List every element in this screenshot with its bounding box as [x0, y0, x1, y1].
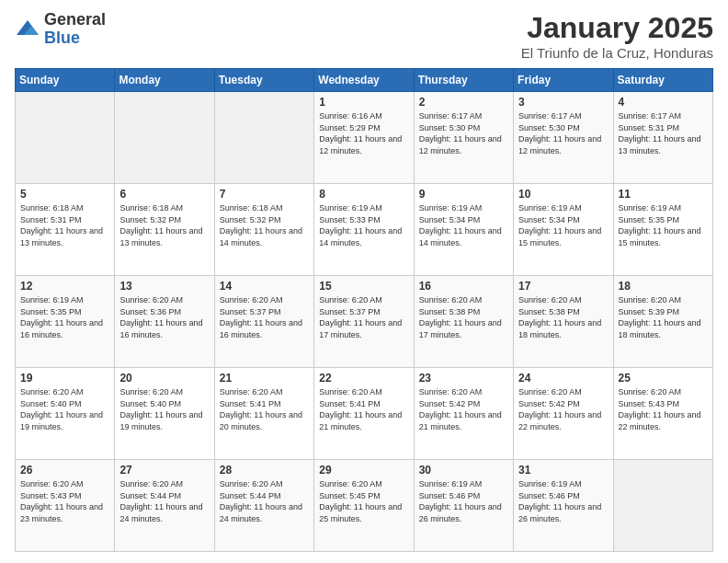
day-number: 7: [220, 188, 309, 201]
calendar-cell: 3 Sunrise: 6:17 AMSunset: 5:30 PMDayligh…: [514, 92, 613, 184]
col-thursday: Thursday: [414, 69, 513, 92]
week-row-3: 12 Sunrise: 6:19 AMSunset: 5:35 PMDaylig…: [16, 276, 713, 368]
col-sunday: Sunday: [16, 69, 115, 92]
logo-text: General Blue: [44, 11, 106, 48]
calendar-cell: 1 Sunrise: 6:16 AMSunset: 5:29 PMDayligh…: [314, 92, 414, 184]
day-number: 25: [619, 372, 708, 385]
day-info: Sunrise: 6:19 AMSunset: 5:35 PMDaylight:…: [20, 295, 103, 339]
day-info: Sunrise: 6:18 AMSunset: 5:31 PMDaylight:…: [20, 203, 103, 247]
calendar-cell: 6 Sunrise: 6:18 AMSunset: 5:32 PMDayligh…: [115, 184, 214, 276]
day-info: Sunrise: 6:17 AMSunset: 5:31 PMDaylight:…: [619, 111, 701, 155]
calendar-cell: 22 Sunrise: 6:20 AMSunset: 5:41 PMDaylig…: [314, 368, 414, 460]
calendar-cell: 23 Sunrise: 6:20 AMSunset: 5:42 PMDaylig…: [414, 368, 513, 460]
day-number: 4: [619, 96, 708, 109]
day-info: Sunrise: 6:20 AMSunset: 5:38 PMDaylight:…: [419, 295, 502, 339]
calendar-cell: 7 Sunrise: 6:18 AMSunset: 5:32 PMDayligh…: [214, 184, 313, 276]
day-number: 14: [220, 280, 309, 293]
month-title: January 2025: [521, 11, 713, 45]
calendar-cell: 20 Sunrise: 6:20 AMSunset: 5:40 PMDaylig…: [115, 368, 214, 460]
day-number: 9: [419, 188, 508, 201]
day-number: 12: [20, 280, 109, 293]
day-info: Sunrise: 6:20 AMSunset: 5:40 PMDaylight:…: [20, 387, 103, 431]
calendar-header-row: Sunday Monday Tuesday Wednesday Thursday…: [16, 69, 713, 92]
calendar-cell: 21 Sunrise: 6:20 AMSunset: 5:41 PMDaylig…: [214, 368, 313, 460]
day-info: Sunrise: 6:17 AMSunset: 5:30 PMDaylight:…: [419, 111, 502, 155]
calendar-cell: 29 Sunrise: 6:20 AMSunset: 5:45 PMDaylig…: [314, 460, 414, 552]
day-info: Sunrise: 6:20 AMSunset: 5:41 PMDaylight:…: [319, 387, 402, 431]
week-row-2: 5 Sunrise: 6:18 AMSunset: 5:31 PMDayligh…: [16, 184, 713, 276]
day-number: 1: [319, 96, 408, 109]
day-info: Sunrise: 6:18 AMSunset: 5:32 PMDaylight:…: [220, 203, 302, 247]
calendar-cell: 15 Sunrise: 6:20 AMSunset: 5:37 PMDaylig…: [314, 276, 414, 368]
day-number: 22: [319, 372, 408, 385]
calendar-cell: [613, 460, 712, 552]
calendar-cell: 2 Sunrise: 6:17 AMSunset: 5:30 PMDayligh…: [414, 92, 513, 184]
calendar-cell: 18 Sunrise: 6:20 AMSunset: 5:39 PMDaylig…: [613, 276, 712, 368]
day-info: Sunrise: 6:20 AMSunset: 5:37 PMDaylight:…: [319, 295, 402, 339]
calendar-cell: 16 Sunrise: 6:20 AMSunset: 5:38 PMDaylig…: [414, 276, 513, 368]
day-info: Sunrise: 6:19 AMSunset: 5:34 PMDaylight:…: [419, 203, 502, 247]
calendar-cell: 5 Sunrise: 6:18 AMSunset: 5:31 PMDayligh…: [16, 184, 115, 276]
day-number: 24: [518, 372, 608, 385]
calendar-cell: 12 Sunrise: 6:19 AMSunset: 5:35 PMDaylig…: [16, 276, 115, 368]
calendar-table: Sunday Monday Tuesday Wednesday Thursday…: [15, 68, 713, 552]
day-number: 10: [518, 188, 608, 201]
calendar-cell: 27 Sunrise: 6:20 AMSunset: 5:44 PMDaylig…: [115, 460, 214, 552]
day-number: 8: [319, 188, 408, 201]
day-info: Sunrise: 6:16 AMSunset: 5:29 PMDaylight:…: [319, 111, 402, 155]
calendar-cell: 11 Sunrise: 6:19 AMSunset: 5:35 PMDaylig…: [613, 184, 712, 276]
day-number: 15: [319, 280, 408, 293]
day-info: Sunrise: 6:20 AMSunset: 5:40 PMDaylight:…: [119, 387, 202, 431]
calendar-cell: 9 Sunrise: 6:19 AMSunset: 5:34 PMDayligh…: [414, 184, 513, 276]
day-number: 20: [119, 372, 209, 385]
calendar-cell: 14 Sunrise: 6:20 AMSunset: 5:37 PMDaylig…: [214, 276, 313, 368]
day-number: 2: [419, 96, 508, 109]
day-number: 18: [619, 280, 708, 293]
day-number: 6: [119, 188, 209, 201]
week-row-1: 1 Sunrise: 6:16 AMSunset: 5:29 PMDayligh…: [16, 92, 713, 184]
calendar-cell: 25 Sunrise: 6:20 AMSunset: 5:43 PMDaylig…: [613, 368, 712, 460]
calendar-cell: 31 Sunrise: 6:19 AMSunset: 5:46 PMDaylig…: [514, 460, 613, 552]
day-info: Sunrise: 6:20 AMSunset: 5:44 PMDaylight:…: [220, 479, 302, 523]
col-tuesday: Tuesday: [214, 69, 313, 92]
day-info: Sunrise: 6:20 AMSunset: 5:44 PMDaylight:…: [119, 479, 202, 523]
day-info: Sunrise: 6:20 AMSunset: 5:45 PMDaylight:…: [319, 479, 402, 523]
day-info: Sunrise: 6:20 AMSunset: 5:43 PMDaylight:…: [619, 387, 701, 431]
day-info: Sunrise: 6:20 AMSunset: 5:36 PMDaylight:…: [119, 295, 202, 339]
calendar-cell: [115, 92, 214, 184]
day-info: Sunrise: 6:17 AMSunset: 5:30 PMDaylight:…: [518, 111, 601, 155]
calendar-cell: 13 Sunrise: 6:20 AMSunset: 5:36 PMDaylig…: [115, 276, 214, 368]
day-info: Sunrise: 6:20 AMSunset: 5:42 PMDaylight:…: [518, 387, 601, 431]
calendar-cell: 17 Sunrise: 6:20 AMSunset: 5:38 PMDaylig…: [514, 276, 613, 368]
day-info: Sunrise: 6:20 AMSunset: 5:39 PMDaylight:…: [619, 295, 701, 339]
day-number: 29: [319, 464, 408, 477]
calendar-cell: [16, 92, 115, 184]
calendar-cell: 4 Sunrise: 6:17 AMSunset: 5:31 PMDayligh…: [613, 92, 712, 184]
calendar-cell: 28 Sunrise: 6:20 AMSunset: 5:44 PMDaylig…: [214, 460, 313, 552]
day-info: Sunrise: 6:20 AMSunset: 5:38 PMDaylight:…: [518, 295, 601, 339]
day-number: 27: [119, 464, 209, 477]
day-number: 17: [518, 280, 608, 293]
day-info: Sunrise: 6:20 AMSunset: 5:43 PMDaylight:…: [20, 479, 103, 523]
day-info: Sunrise: 6:19 AMSunset: 5:33 PMDaylight:…: [319, 203, 402, 247]
day-number: 26: [20, 464, 109, 477]
calendar-cell: 10 Sunrise: 6:19 AMSunset: 5:34 PMDaylig…: [514, 184, 613, 276]
col-wednesday: Wednesday: [314, 69, 414, 92]
logo-icon: [15, 17, 40, 42]
logo: General Blue: [15, 11, 106, 48]
col-saturday: Saturday: [613, 69, 712, 92]
day-number: 11: [619, 188, 708, 201]
day-number: 28: [220, 464, 309, 477]
day-number: 16: [419, 280, 508, 293]
col-monday: Monday: [115, 69, 214, 92]
day-info: Sunrise: 6:20 AMSunset: 5:42 PMDaylight:…: [419, 387, 502, 431]
calendar-cell: 30 Sunrise: 6:19 AMSunset: 5:46 PMDaylig…: [414, 460, 513, 552]
day-info: Sunrise: 6:18 AMSunset: 5:32 PMDaylight:…: [119, 203, 202, 247]
day-number: 21: [220, 372, 309, 385]
col-friday: Friday: [514, 69, 613, 92]
title-block: January 2025 El Triunfo de la Cruz, Hond…: [521, 11, 713, 61]
logo-blue-text: Blue: [44, 29, 106, 48]
day-info: Sunrise: 6:19 AMSunset: 5:35 PMDaylight:…: [619, 203, 701, 247]
page: General Blue January 2025 El Triunfo de …: [0, 0, 728, 563]
calendar-cell: 19 Sunrise: 6:20 AMSunset: 5:40 PMDaylig…: [16, 368, 115, 460]
